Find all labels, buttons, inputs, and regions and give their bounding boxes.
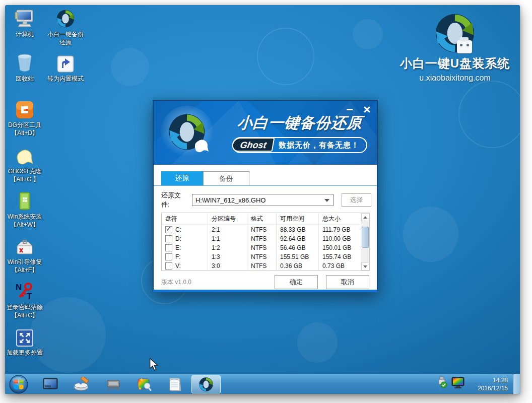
desktop-icon-label: GHOST克隆 【Alt+G 】 (5, 167, 49, 183)
header-total: 总大小 (319, 213, 361, 225)
desktop-icon-ghost-clone[interactable]: GHOST克隆 【Alt+G 】 (5, 145, 49, 183)
table-row[interactable]: F: 1:3 NTFS 155.51 GB 155.74 GB (162, 252, 361, 261)
bokeh-circle (257, 28, 314, 85)
system-tray (436, 376, 464, 388)
ok-button[interactable]: 确定 (275, 275, 318, 289)
desktop-icon-dg-partition[interactable]: DG分区工具 【Alt+D】 (5, 99, 49, 137)
cell-total: 150.01 GB (319, 243, 361, 252)
bokeh-circle (353, 19, 383, 49)
restore-file-combobox[interactable]: H:\WIN7_612_x86.GHO (192, 194, 334, 206)
cell-total: 111.79 GB (319, 225, 361, 234)
cell-free: 0.36 GB (277, 261, 319, 271)
cell-format: NTFS (247, 234, 277, 243)
windows-logo-icon (9, 375, 28, 394)
sync-arrows-icon (41, 8, 90, 28)
desktop-icon-password-clear[interactable]: NT 登录密码清除 【Alt+C】 (5, 281, 49, 319)
bokeh-circle (403, 207, 458, 262)
table-row[interactable]: C: 2:1 NTFS 88.33 GB 111.79 GB (162, 225, 361, 234)
close-button[interactable] (362, 105, 372, 114)
row-checkbox[interactable] (165, 244, 172, 251)
table-row[interactable]: V: 3:0 NTFS 0.36 GB 0.73 GB (162, 261, 361, 271)
disk-brush-icon (74, 377, 90, 392)
header-partition: 分区编号 (208, 213, 247, 225)
bokeh-circle (111, 48, 149, 86)
notepad-icon (168, 377, 182, 392)
desktop-icon-label: 小白一键备份 还原 (41, 30, 90, 46)
shortcut-arrow-icon (41, 52, 90, 73)
monitor-icon (43, 378, 58, 391)
row-checkbox[interactable] (165, 235, 172, 242)
dialog-logo (161, 106, 213, 158)
scrollbar-up-button[interactable] (361, 213, 369, 221)
cancel-button[interactable]: 取消 (326, 275, 369, 289)
taskbar-item-notepad[interactable] (163, 375, 187, 393)
start-button[interactable] (9, 375, 28, 394)
install-box-icon (5, 190, 49, 211)
minimize-icon (347, 109, 353, 110)
table-header: 盘符 分区编号 格式 可用空间 总大小 (162, 213, 361, 225)
table-scrollbar (361, 213, 369, 271)
restore-file-value: H:\WIN7_612_x86.GHO (195, 196, 265, 204)
desktop-icon-label: 登录密码清除 【Alt+C】 (5, 303, 49, 319)
cell-free: 155.51 GB (277, 252, 319, 261)
cell-format: NTFS (247, 225, 277, 234)
close-icon (364, 106, 370, 113)
cell-format: NTFS (247, 252, 277, 261)
ghost-slogan: 数据无价，有备无患！ (279, 141, 359, 150)
show-desktop-button[interactable] (513, 374, 520, 394)
taskbar-item-desktop-preview[interactable] (38, 375, 62, 393)
taskbar-item-backup-restore-active[interactable] (191, 375, 221, 393)
ghost-wordmark: Ghost (231, 138, 275, 152)
nt-key-icon: NT (5, 281, 49, 301)
table-row[interactable]: D: 1:1 NTFS 92.64 GB 110.00 GB (162, 234, 361, 243)
cell-partition: 3:0 (208, 261, 247, 271)
desktop-icon-backup-restore[interactable]: 小白一键备份 还原 (41, 8, 90, 46)
bokeh-circle (297, 322, 338, 363)
taskbar-item-memory-tool[interactable] (101, 375, 125, 393)
version-label: 版本 v1.0.0 (161, 278, 191, 287)
row-checkbox[interactable] (165, 253, 172, 260)
desktop-icon-boot-repair[interactable]: Win引导修复 【Alt+F】 (5, 236, 49, 274)
arrow-down-icon (363, 265, 367, 268)
row-checkbox[interactable] (165, 226, 172, 233)
ghost-icon (193, 138, 210, 153)
taskbar-item-screenshot-tool[interactable] (132, 375, 157, 393)
capture-tool-icon (137, 377, 152, 392)
tab-backup[interactable]: 备份 (203, 171, 249, 185)
cell-partition: 2:1 (208, 225, 247, 234)
select-button[interactable]: 选择 (342, 193, 371, 207)
taskbar-clock[interactable]: 14:28 2016/12/15 (468, 376, 508, 392)
cell-free: 88.33 GB (277, 225, 319, 234)
dialog-banner: 小白一键备份还原 Ghost 数据无价，有备无患！ (154, 101, 377, 165)
clock-time: 14:28 (468, 376, 508, 384)
scrollbar-thumb[interactable] (362, 227, 369, 248)
taskbar: 14:28 2016/12/15 (5, 374, 520, 394)
cell-partition: 1:2 (208, 243, 247, 252)
desktop-icon-internal-mode[interactable]: 转为内置模式 (41, 52, 90, 83)
desktop-icon-load-more[interactable]: 加载更多外置 (5, 326, 49, 357)
usb-drive-icon (457, 40, 472, 53)
ram-chip-icon (105, 378, 121, 391)
cell-total: 155.74 GB (319, 252, 361, 261)
table-row[interactable]: E: 1:2 NTFS 56.46 GB 150.01 GB (162, 243, 361, 252)
svg-text:T: T (27, 292, 32, 301)
display-tray-icon[interactable] (451, 376, 464, 388)
desktop-icon-label: 转为内置模式 (41, 75, 90, 83)
cell-drive: F: (175, 253, 181, 260)
desktop: 计算机 小白一键备份 还原 回收站 转为内置模式 DG分区工具 【Alt+D】 (5, 5, 520, 394)
desktop-icon-label: 加载更多外置 (5, 349, 49, 357)
cell-drive: D: (175, 235, 181, 242)
desktop-icon-win-install[interactable]: Win系统安装 【Alt+W】 (5, 190, 49, 229)
scrollbar-down-button[interactable] (361, 262, 369, 271)
row-checkbox[interactable] (165, 262, 172, 270)
usb-tray-icon[interactable] (436, 376, 447, 388)
cell-format: NTFS (247, 261, 277, 271)
taskbar-item-disk-cleanup[interactable] (70, 375, 94, 393)
header-free: 可用空间 (277, 213, 319, 225)
tab-restore[interactable]: 还原 (161, 171, 203, 185)
minimize-button[interactable] (345, 105, 355, 114)
mouse-cursor (149, 358, 159, 373)
restore-file-label: 还原文件: (161, 191, 189, 209)
desktop-icon-label: Win引导修复 【Alt+F】 (5, 258, 49, 274)
arrow-up-icon (363, 216, 367, 219)
